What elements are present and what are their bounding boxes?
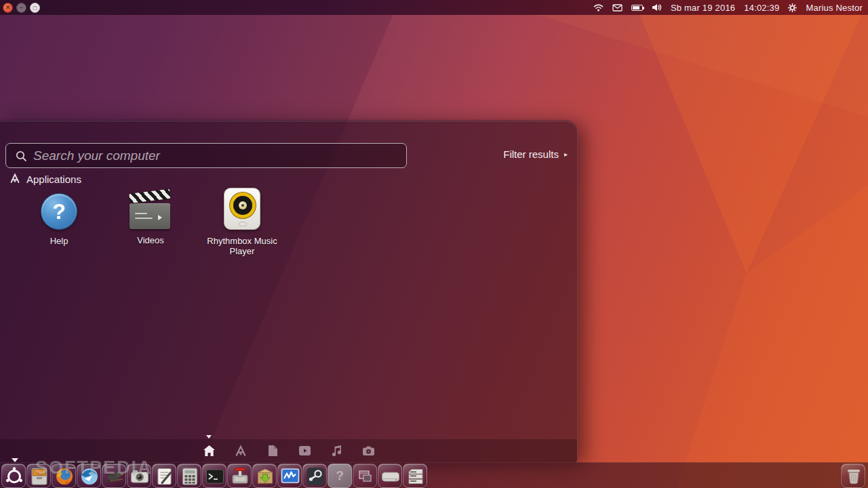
top-panel: ✕ – ▢ Sb mar 19 2016 14:02:39 <box>0 0 868 15</box>
panel-time[interactable]: 14:02:39 <box>744 3 779 13</box>
minimize-button[interactable]: – <box>16 3 26 13</box>
applications-section-header: Applications <box>9 173 81 186</box>
active-app-indicator-icon <box>12 458 18 462</box>
lens-applications[interactable] <box>234 444 248 458</box>
launcher-thunderbird-icon[interactable] <box>77 464 101 488</box>
indicator-area: Sb mar 19 2016 14:02:39 Marius Nestor <box>593 3 868 13</box>
launcher-calculator-icon[interactable] <box>177 464 201 488</box>
launcher-terminal-icon[interactable] <box>202 464 226 488</box>
lens-videos[interactable] <box>298 444 311 458</box>
app-label: Videos <box>137 235 164 245</box>
dash-lens-bar <box>0 439 577 462</box>
lens-music[interactable] <box>330 444 343 458</box>
launcher-package-updater-icon[interactable] <box>252 464 277 488</box>
launcher-steam-icon[interactable] <box>302 464 327 488</box>
launcher-hard-disk-icon[interactable] <box>378 464 402 488</box>
volume-icon[interactable] <box>652 3 662 12</box>
app-result-videos[interactable]: Videos <box>106 188 195 257</box>
applications-lens-icon <box>9 173 20 186</box>
maximize-button[interactable]: ▢ <box>30 3 40 13</box>
app-result-help[interactable]: ? Help <box>15 188 103 257</box>
section-title: Applications <box>26 174 81 185</box>
launcher-help-icon[interactable]: ? <box>328 464 352 488</box>
close-button[interactable]: ✕ <box>3 3 13 13</box>
launcher-notes-icon[interactable] <box>152 464 176 488</box>
videos-app-icon <box>130 194 172 229</box>
dash-search-box <box>5 143 407 168</box>
wifi-icon[interactable] <box>593 3 604 12</box>
launcher-icons-row: ? <box>1 464 427 488</box>
rhythmbox-app-icon <box>224 188 260 230</box>
launcher-trash-icon[interactable] <box>841 464 865 488</box>
app-label: Rhythmbox Music Player <box>201 236 283 257</box>
launcher-bird-app-icon[interactable] <box>102 464 126 488</box>
lens-documents[interactable] <box>266 444 279 458</box>
launcher-drive-stack-icon[interactable] <box>403 464 427 488</box>
battery-icon[interactable] <box>631 5 643 11</box>
filter-expand-arrow-icon: ▸ <box>564 150 568 158</box>
launcher-startup-disk-creator-icon[interactable] <box>227 464 252 488</box>
launcher-system-monitor-icon[interactable] <box>277 464 302 488</box>
launcher-bar: SOFTPEDIA <box>0 462 868 488</box>
session-gear-icon[interactable] <box>788 3 797 12</box>
window-controls: ✕ – ▢ <box>0 3 40 13</box>
launcher-ubuntu-dash-icon[interactable] <box>1 464 26 488</box>
unity-dash: Filter results ▸ Applications ? Help Vid… <box>0 121 578 462</box>
mail-icon[interactable] <box>612 4 623 12</box>
lens-home[interactable] <box>202 444 216 458</box>
panel-date[interactable]: Sb mar 19 2016 <box>671 3 735 13</box>
filter-results-button[interactable]: Filter results ▸ <box>503 148 568 160</box>
lens-photos[interactable] <box>361 444 375 458</box>
launcher-camera-app-icon[interactable] <box>127 464 151 488</box>
dash-app-results: ? Help Videos Rhythmbox Music Player <box>15 188 286 257</box>
app-label: Help <box>50 236 68 246</box>
help-app-icon: ? <box>41 193 77 230</box>
launcher-files-icon[interactable] <box>26 464 51 488</box>
app-result-rhythmbox[interactable]: Rhythmbox Music Player <box>198 188 286 257</box>
launcher-firefox-icon[interactable] <box>52 464 76 488</box>
filter-results-label: Filter results <box>503 148 559 160</box>
session-username[interactable]: Marius Nestor <box>806 3 863 13</box>
launcher-window-spread-icon[interactable] <box>353 464 377 488</box>
search-input[interactable] <box>6 144 406 167</box>
